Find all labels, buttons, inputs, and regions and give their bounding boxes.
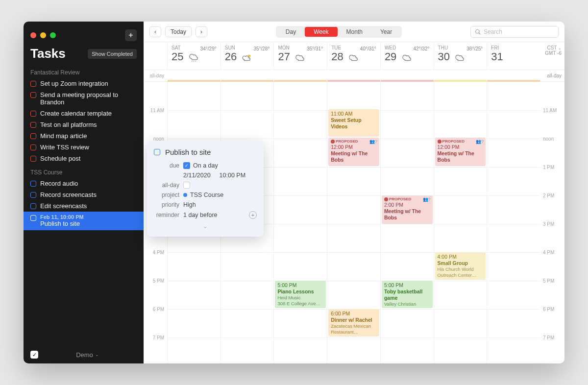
task-item[interactable]: Write TSS review — [24, 142, 144, 153]
task-checkbox[interactable] — [30, 122, 36, 128]
app-window: + Tasks Show Completed Fantastical Revie… — [24, 22, 564, 363]
day-header[interactable]: 35°/28°SUN26 — [220, 42, 274, 70]
sidebar: + Tasks Show Completed Fantastical Revie… — [24, 22, 144, 363]
calendar-event[interactable]: 11:00 AMSweet Setup Videos — [328, 109, 379, 137]
search-icon — [475, 29, 481, 35]
day-header[interactable]: 35°/31°MON27 — [273, 42, 327, 70]
next-button[interactable]: › — [196, 26, 207, 37]
weather-icon — [402, 52, 413, 66]
task-checkbox[interactable] — [30, 203, 36, 209]
calendar-event[interactable]: 5:00 PMPiano LessonsHeid Music308 E Coll… — [275, 281, 326, 308]
attendees-icon: 👥? — [369, 139, 377, 144]
today-button[interactable]: Today — [165, 26, 192, 37]
allday-checkbox[interactable] — [183, 182, 190, 189]
due-date[interactable]: 2/11/2020 — [183, 172, 211, 179]
toolbar: ‹ Today › DayWeekMonthYear Search — [144, 22, 564, 42]
task-item[interactable]: Feb 11, 10:00 PMPublish to site — [24, 212, 144, 230]
add-button[interactable]: + — [125, 29, 137, 41]
time-gutter-right: 11 AMnoon1 PM2 PM3 PM4 PM5 PM6 PM7 PM8 P… — [540, 82, 564, 363]
add-reminder-button[interactable]: + — [249, 211, 257, 219]
priority-value[interactable]: High — [183, 201, 196, 208]
view-segmented: DayWeekMonthYear — [276, 26, 402, 38]
day-header[interactable]: 34°/29°SAT25 — [167, 42, 220, 70]
task-item[interactable]: Create calendar template — [24, 108, 144, 119]
due-checkbox[interactable]: ✓ — [183, 162, 190, 169]
calendar-event[interactable]: PROPOSED12:00 PMMeeting w/ The Bobs👥? — [328, 138, 379, 166]
task-item[interactable]: Set up Zoom integration — [24, 78, 144, 89]
calendar-event[interactable]: 4:00 PMSmall GroupHis Church World Outre… — [435, 252, 486, 280]
prev-button[interactable]: ‹ — [149, 26, 161, 37]
expand-icon[interactable]: ⌄ — [154, 222, 257, 230]
day-header[interactable]: 40°/31°TUE28 — [327, 42, 380, 70]
day-header-row: 34°/29°SAT2535°/28°SUN2635°/31°MON2740°/… — [144, 42, 564, 70]
weather-icon — [455, 52, 466, 66]
task-item[interactable]: Send a meeting proposal to Brandon — [24, 89, 144, 108]
sidebar-title: Tasks — [30, 46, 66, 61]
calendar-event[interactable]: 5:00 PMToby basketball gameValley Christ… — [382, 281, 433, 308]
allday-row: all-day all-day — [144, 70, 564, 82]
allday-label-right: all-day — [540, 70, 564, 81]
close-icon[interactable] — [30, 32, 36, 38]
task-item[interactable]: Record audio — [24, 178, 144, 189]
window-controls: + — [24, 22, 144, 42]
task-checkbox[interactable] — [30, 133, 36, 139]
task-item[interactable]: Record screencasts — [24, 189, 144, 200]
task-checkbox[interactable] — [30, 92, 36, 98]
task-item[interactable]: Mind map article — [24, 130, 144, 142]
view-month[interactable]: Month — [338, 27, 371, 37]
task-group-header: Fantastical Review — [24, 64, 144, 78]
tasks-toggle-icon[interactable]: ✓ — [30, 351, 38, 359]
search-input[interactable]: Search — [470, 26, 559, 38]
reminder-value[interactable]: 1 day before — [183, 212, 218, 218]
popover-title[interactable]: Publish to site — [165, 148, 211, 156]
project-name[interactable]: TSS Course — [190, 192, 223, 198]
project-color-icon — [183, 193, 187, 197]
day-header[interactable]: FRI31 — [487, 42, 540, 70]
attendees-icon: 👥? — [476, 139, 484, 144]
view-week[interactable]: Week — [305, 27, 337, 37]
task-checkbox[interactable] — [30, 181, 36, 187]
svg-line-4 — [195, 61, 196, 62]
weather-icon — [348, 52, 359, 66]
calendar-event[interactable]: PROPOSED12:00 PMMeeting w/ The Bobs👥? — [435, 138, 486, 166]
zoom-icon[interactable] — [50, 32, 56, 38]
view-year[interactable]: Year — [371, 27, 401, 37]
task-checkbox[interactable] — [30, 156, 36, 162]
day-header[interactable]: 42°/32°WED29 — [380, 42, 434, 70]
svg-line-3 — [194, 61, 194, 62]
timezone-picker[interactable]: CST ⌄GMT -6 — [540, 42, 564, 70]
svg-point-0 — [475, 29, 479, 33]
view-day[interactable]: Day — [277, 27, 305, 37]
minimize-icon[interactable] — [40, 32, 46, 38]
calendar-event[interactable]: 6:00 PMDinner w/ RachelZacatecas Mexican… — [328, 309, 379, 337]
weather-icon — [295, 52, 306, 66]
task-popover: Publish to site due ✓On a day 2/11/20201… — [147, 141, 264, 237]
day-header[interactable]: 38°/25°THU30 — [434, 42, 487, 70]
show-completed-button[interactable]: Show Completed — [88, 49, 137, 59]
task-item[interactable]: Test on all platforms — [24, 119, 144, 130]
allday-label-left: all-day — [144, 73, 167, 78]
task-checkbox[interactable] — [30, 215, 36, 221]
task-checkbox[interactable] — [30, 192, 36, 198]
due-time[interactable]: 10:00 PM — [220, 172, 246, 179]
account-picker[interactable]: Demo⌄ — [76, 351, 99, 359]
calendar-event[interactable]: PROPOSED2:00 PMMeeting w/ The Bobs👥? — [382, 195, 433, 224]
task-item[interactable]: Edit screencasts — [24, 200, 144, 212]
task-group-header: TSS Course — [24, 164, 144, 178]
sidebar-footer: ✓ Demo⌄ — [24, 346, 144, 363]
task-item[interactable]: Schedule post — [24, 153, 144, 164]
task-checkbox[interactable] — [30, 111, 36, 117]
task-checkbox[interactable] — [154, 149, 160, 155]
attendees-icon: 👥? — [423, 197, 431, 202]
weather-icon — [189, 52, 199, 66]
task-checkbox[interactable] — [30, 81, 36, 87]
task-checkbox[interactable] — [30, 144, 36, 150]
weather-icon — [242, 52, 252, 66]
svg-line-2 — [192, 61, 192, 62]
svg-line-1 — [479, 33, 480, 34]
